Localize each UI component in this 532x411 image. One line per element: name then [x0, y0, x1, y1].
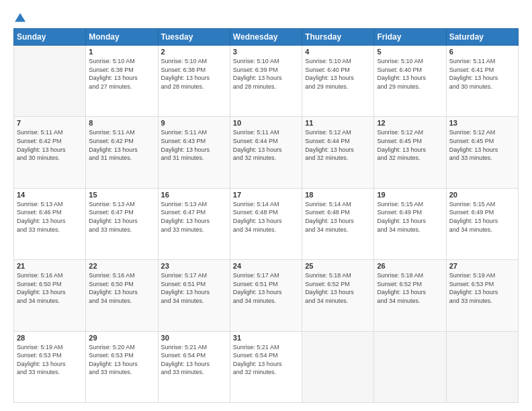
- calendar-cell: 30Sunrise: 5:21 AM Sunset: 6:54 PM Dayli…: [158, 331, 230, 402]
- calendar-cell: 22Sunrise: 5:16 AM Sunset: 6:50 PM Dayli…: [86, 260, 158, 331]
- calendar-cell: 15Sunrise: 5:13 AM Sunset: 6:47 PM Dayli…: [86, 188, 158, 259]
- cell-content: Sunrise: 5:10 AM Sunset: 6:40 PM Dayligh…: [305, 57, 371, 91]
- cell-content: Sunrise: 5:19 AM Sunset: 6:53 PM Dayligh…: [17, 343, 83, 377]
- day-number: 23: [161, 262, 227, 270]
- cell-content: Sunrise: 5:10 AM Sunset: 6:39 PM Dayligh…: [233, 57, 299, 91]
- cell-content: Sunrise: 5:17 AM Sunset: 6:51 PM Dayligh…: [233, 271, 299, 305]
- day-number: 1: [89, 48, 154, 56]
- day-number: 18: [305, 191, 371, 199]
- cell-content: Sunrise: 5:10 AM Sunset: 6:38 PM Dayligh…: [161, 57, 227, 91]
- day-number: 21: [17, 262, 83, 270]
- calendar-cell: 24Sunrise: 5:17 AM Sunset: 6:51 PM Dayli…: [230, 260, 302, 331]
- calendar-cell: 25Sunrise: 5:18 AM Sunset: 6:52 PM Dayli…: [302, 260, 374, 331]
- calendar-week-row: 1Sunrise: 5:10 AM Sunset: 6:38 PM Daylig…: [14, 46, 519, 117]
- calendar-body: 1Sunrise: 5:10 AM Sunset: 6:38 PM Daylig…: [14, 46, 519, 403]
- calendar-cell: 2Sunrise: 5:10 AM Sunset: 6:38 PM Daylig…: [158, 46, 230, 117]
- calendar-cell: 14Sunrise: 5:13 AM Sunset: 6:46 PM Dayli…: [14, 188, 86, 259]
- calendar-week-row: 21Sunrise: 5:16 AM Sunset: 6:50 PM Dayli…: [14, 260, 519, 331]
- day-number: 20: [449, 191, 515, 199]
- cell-content: Sunrise: 5:18 AM Sunset: 6:52 PM Dayligh…: [305, 271, 371, 305]
- calendar-cell: 29Sunrise: 5:20 AM Sunset: 6:53 PM Dayli…: [86, 331, 158, 402]
- cell-content: Sunrise: 5:14 AM Sunset: 6:48 PM Dayligh…: [305, 200, 371, 234]
- cell-content: Sunrise: 5:11 AM Sunset: 6:42 PM Dayligh…: [89, 128, 154, 162]
- day-number: 31: [233, 334, 299, 342]
- day-number: 24: [233, 262, 299, 270]
- calendar-cell: 7Sunrise: 5:11 AM Sunset: 6:42 PM Daylig…: [14, 117, 86, 188]
- cell-content: Sunrise: 5:16 AM Sunset: 6:50 PM Dayligh…: [17, 271, 83, 305]
- day-number: 27: [449, 262, 515, 270]
- calendar-day-header: Friday: [374, 29, 446, 46]
- calendar-week-row: 7Sunrise: 5:11 AM Sunset: 6:42 PM Daylig…: [14, 117, 519, 188]
- day-number: 22: [89, 262, 154, 270]
- cell-content: Sunrise: 5:11 AM Sunset: 6:43 PM Dayligh…: [161, 128, 227, 162]
- cell-content: Sunrise: 5:12 AM Sunset: 6:45 PM Dayligh…: [377, 128, 443, 162]
- calendar-day-header: Monday: [86, 29, 158, 46]
- calendar-cell: 19Sunrise: 5:15 AM Sunset: 6:49 PM Dayli…: [374, 188, 446, 259]
- day-number: 5: [377, 48, 443, 56]
- calendar-cell: 21Sunrise: 5:16 AM Sunset: 6:50 PM Dayli…: [14, 260, 86, 331]
- calendar-cell: 27Sunrise: 5:19 AM Sunset: 6:53 PM Dayli…: [446, 260, 518, 331]
- calendar-cell: 17Sunrise: 5:14 AM Sunset: 6:48 PM Dayli…: [230, 188, 302, 259]
- svg-marker-0: [15, 13, 26, 22]
- calendar-cell: 11Sunrise: 5:12 AM Sunset: 6:44 PM Dayli…: [302, 117, 374, 188]
- day-number: 28: [17, 334, 83, 342]
- cell-content: Sunrise: 5:13 AM Sunset: 6:46 PM Dayligh…: [17, 200, 83, 234]
- logo-icon: [15, 12, 26, 23]
- day-number: 7: [17, 119, 83, 127]
- cell-content: Sunrise: 5:21 AM Sunset: 6:54 PM Dayligh…: [233, 343, 299, 377]
- calendar-cell: [446, 331, 518, 402]
- cell-content: Sunrise: 5:10 AM Sunset: 6:38 PM Dayligh…: [89, 57, 154, 91]
- cell-content: Sunrise: 5:10 AM Sunset: 6:40 PM Dayligh…: [377, 57, 443, 91]
- cell-content: Sunrise: 5:11 AM Sunset: 6:44 PM Dayligh…: [233, 128, 299, 162]
- day-number: 15: [89, 191, 154, 199]
- calendar-cell: 20Sunrise: 5:15 AM Sunset: 6:49 PM Dayli…: [446, 188, 518, 259]
- day-number: 14: [17, 191, 83, 199]
- day-number: 30: [161, 334, 227, 342]
- day-number: 2: [161, 48, 227, 56]
- calendar-cell: 23Sunrise: 5:17 AM Sunset: 6:51 PM Dayli…: [158, 260, 230, 331]
- calendar-cell: 9Sunrise: 5:11 AM Sunset: 6:43 PM Daylig…: [158, 117, 230, 188]
- calendar-cell: 5Sunrise: 5:10 AM Sunset: 6:40 PM Daylig…: [374, 46, 446, 117]
- day-number: 8: [89, 119, 154, 127]
- cell-content: Sunrise: 5:12 AM Sunset: 6:44 PM Dayligh…: [305, 128, 371, 162]
- day-number: 25: [305, 262, 371, 270]
- day-number: 13: [449, 119, 515, 127]
- calendar-day-header: Wednesday: [230, 29, 302, 46]
- cell-content: Sunrise: 5:14 AM Sunset: 6:48 PM Dayligh…: [233, 200, 299, 234]
- cell-content: Sunrise: 5:12 AM Sunset: 6:45 PM Dayligh…: [449, 128, 515, 162]
- calendar-cell: 3Sunrise: 5:10 AM Sunset: 6:39 PM Daylig…: [230, 46, 302, 117]
- cell-content: Sunrise: 5:15 AM Sunset: 6:49 PM Dayligh…: [377, 200, 443, 234]
- calendar-cell: 28Sunrise: 5:19 AM Sunset: 6:53 PM Dayli…: [14, 331, 86, 402]
- day-number: 17: [233, 191, 299, 199]
- cell-content: Sunrise: 5:19 AM Sunset: 6:53 PM Dayligh…: [449, 271, 515, 305]
- day-number: 6: [449, 48, 515, 56]
- cell-content: Sunrise: 5:11 AM Sunset: 6:42 PM Dayligh…: [17, 128, 83, 162]
- day-number: 4: [305, 48, 371, 56]
- cell-content: Sunrise: 5:17 AM Sunset: 6:51 PM Dayligh…: [161, 271, 227, 305]
- day-number: 10: [233, 119, 299, 127]
- calendar-cell: 12Sunrise: 5:12 AM Sunset: 6:45 PM Dayli…: [374, 117, 446, 188]
- calendar-cell: [302, 331, 374, 402]
- cell-content: Sunrise: 5:20 AM Sunset: 6:53 PM Dayligh…: [89, 343, 154, 377]
- calendar-day-header: Sunday: [14, 29, 86, 46]
- day-number: 9: [161, 119, 227, 127]
- calendar-cell: 8Sunrise: 5:11 AM Sunset: 6:42 PM Daylig…: [86, 117, 158, 188]
- cell-content: Sunrise: 5:13 AM Sunset: 6:47 PM Dayligh…: [89, 200, 154, 234]
- calendar-day-header: Saturday: [446, 29, 518, 46]
- day-number: 26: [377, 262, 443, 270]
- calendar-cell: [374, 331, 446, 402]
- day-number: 29: [89, 334, 154, 342]
- cell-content: Sunrise: 5:13 AM Sunset: 6:47 PM Dayligh…: [161, 200, 227, 234]
- calendar-cell: 6Sunrise: 5:11 AM Sunset: 6:41 PM Daylig…: [446, 46, 518, 117]
- calendar-cell: [14, 46, 86, 117]
- logo: [13, 12, 26, 23]
- calendar-week-row: 14Sunrise: 5:13 AM Sunset: 6:46 PM Dayli…: [14, 188, 519, 259]
- cell-content: Sunrise: 5:18 AM Sunset: 6:52 PM Dayligh…: [377, 271, 443, 305]
- cell-content: Sunrise: 5:16 AM Sunset: 6:50 PM Dayligh…: [89, 271, 154, 305]
- calendar-week-row: 28Sunrise: 5:19 AM Sunset: 6:53 PM Dayli…: [14, 331, 519, 402]
- calendar-cell: 26Sunrise: 5:18 AM Sunset: 6:52 PM Dayli…: [374, 260, 446, 331]
- header: [13, 12, 519, 23]
- day-number: 16: [161, 191, 227, 199]
- calendar-header-row: SundayMondayTuesdayWednesdayThursdayFrid…: [14, 29, 519, 46]
- calendar-cell: 18Sunrise: 5:14 AM Sunset: 6:48 PM Dayli…: [302, 188, 374, 259]
